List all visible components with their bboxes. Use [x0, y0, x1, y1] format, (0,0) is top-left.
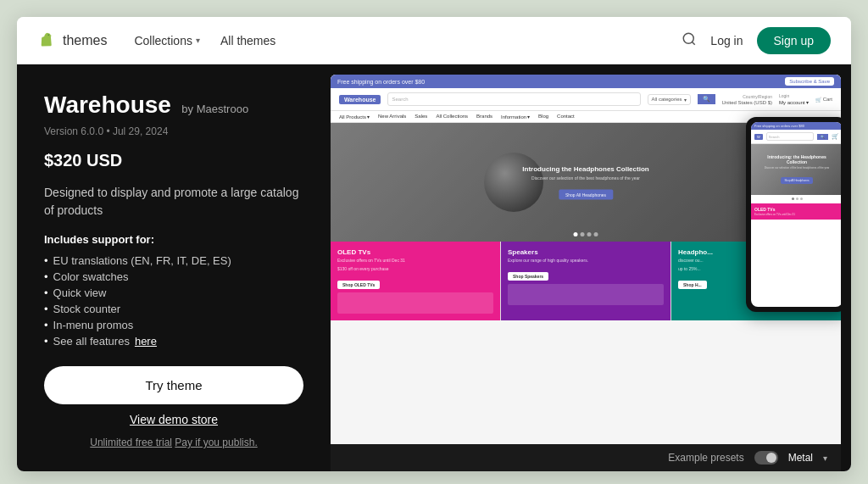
theme-version: Version 6.0.0 • Jul 29, 2024: [44, 125, 303, 137]
preview-account: My account ▾: [779, 99, 809, 105]
mobile-hero-title: Introducing: the HeadphonesCollection: [765, 154, 830, 164]
region-account: Country/Region United States (USD $): [722, 94, 772, 105]
preview-container: Free shipping on orders over $80 Subscri…: [331, 75, 841, 444]
feature-item: Stock counter: [44, 301, 303, 317]
free-trial-text: Unlimited free trial Pay if you publish.: [44, 437, 303, 448]
shopify-icon: [37, 31, 58, 51]
preview-cart: 🛒 Cart: [815, 97, 832, 103]
see-all-features-link[interactable]: here: [135, 335, 157, 348]
feature-item: EU translations (EN, FR, IT, DE, ES): [44, 253, 303, 269]
nav-right: Log in Sign up: [682, 27, 831, 54]
mobile-nav: W Search 🔍 🛒: [751, 130, 841, 144]
hero-dot-4: [594, 232, 598, 236]
product-card-btn-2[interactable]: Shop H...: [678, 281, 707, 289]
product-card-speakers: Speakers Explore our range of high quali…: [501, 242, 671, 320]
login-account: Login My account ▾: [779, 93, 809, 105]
hero-title: Introducing the Headphones Collection: [522, 165, 648, 173]
nav-logo-text: themes: [63, 33, 107, 48]
product-card-discount-0: $130 off on every purchase: [337, 266, 493, 271]
preview-search-button[interactable]: 🔍: [698, 94, 715, 104]
preview-region-value: United States (USD $): [722, 100, 772, 105]
mobile-oled-title: OLED TVs: [754, 207, 839, 212]
promo-text: Free shipping on orders over $80: [337, 79, 425, 85]
product-img-placeholder-1: [508, 284, 664, 305]
preview-login-label: Login: [779, 93, 809, 98]
view-demo-link[interactable]: View demo store: [44, 413, 303, 426]
hero-dot-1: [574, 232, 578, 236]
hero-text-block: Introducing the Headphones Collection Di…: [522, 165, 648, 200]
features-title: Includes support for:: [44, 233, 303, 246]
mobile-logo: W: [754, 134, 763, 140]
svg-line-1: [693, 42, 695, 44]
mobile-hero-sub: Discover our selection of the best headp…: [765, 166, 830, 170]
feature-item: In-menu promos: [44, 317, 303, 333]
main-content: Warehouse by Maestrooo Version 6.0.0 • J…: [17, 64, 851, 471]
signup-button[interactable]: Sign up: [757, 27, 831, 54]
preview-logo: Warehouse: [339, 95, 381, 104]
mobile-overlay: Free shipping on orders over $80 W Searc…: [746, 117, 841, 312]
theme-description: Designed to display and promote a large …: [44, 184, 303, 220]
nav-logo: themes: [37, 31, 107, 51]
toggle-switch[interactable]: [754, 451, 778, 465]
mobile-oled-section: OLED TVs Exclusive offers on TVs until D…: [751, 203, 841, 220]
mobile-dots: [751, 197, 841, 200]
preview-nav: Warehouse Search All categories ▾ 🔍 Coun…: [331, 88, 841, 111]
preview-search: Search: [387, 92, 640, 106]
hero-subtitle: Discover our selection of the best headp…: [522, 175, 648, 181]
mobile-dot-2: [796, 197, 798, 200]
product-card-desc-1: Explore our range of high quality speake…: [508, 258, 664, 263]
product-img-placeholder-0: [337, 292, 493, 314]
left-panel: Warehouse by Maestrooo Version 6.0.0 • J…: [17, 64, 331, 471]
browser-window: themes Collections ▾ All themes Log in S…: [17, 17, 851, 471]
hero-dot-2: [581, 232, 585, 236]
product-card-btn-1[interactable]: Shop Speakers: [508, 272, 548, 281]
subscribe-btn[interactable]: Subscribe & Save: [785, 77, 834, 86]
feature-item-see-all: See all features here: [44, 333, 303, 349]
hero-cta-button[interactable]: Shop All Headphones: [559, 190, 613, 200]
chevron-down-icon: ▾: [196, 36, 200, 45]
mobile-promo-bar: Free shipping on orders over $80: [751, 122, 841, 130]
preset-name: Metal: [788, 452, 813, 464]
top-nav: themes Collections ▾ All themes Log in S…: [17, 17, 851, 64]
unlimited-trial-link[interactable]: Unlimited free trial: [90, 437, 172, 448]
mobile-dot-3: [800, 197, 803, 200]
example-presets-label: Example presets: [668, 452, 743, 464]
collections-nav-link[interactable]: Collections ▾: [127, 31, 206, 51]
toggle-knob: [766, 453, 776, 463]
product-card-desc-0: Exclusive offers on TVs until Dec 31: [337, 258, 493, 263]
hero-dot-3: [587, 232, 592, 236]
hero-dots: [574, 232, 598, 236]
features-list: EU translations (EN, FR, IT, DE, ES) Col…: [44, 253, 303, 349]
try-theme-button[interactable]: Try theme: [44, 366, 303, 404]
product-card-oled: OLED TVs Exclusive offers on TVs until D…: [331, 242, 501, 320]
bottom-bar: Example presets Metal ▾: [331, 444, 841, 471]
preview-region-label: Country/Region: [722, 94, 772, 99]
theme-name: Warehouse: [44, 92, 171, 118]
feature-item: Quick view: [44, 285, 303, 301]
mobile-hero-content: Introducing: the HeadphonesCollection Di…: [765, 154, 830, 185]
mobile-oled-desc: Exclusive offers on TVs until Dec 31: [754, 213, 839, 216]
mobile-search: Search: [766, 132, 814, 141]
feature-item: Color swatches: [44, 269, 303, 285]
mobile-dot-1: [792, 197, 794, 200]
login-button[interactable]: Log in: [710, 34, 743, 47]
theme-title-row: Warehouse by Maestrooo: [44, 92, 303, 119]
mobile-hero: Introducing: the HeadphonesCollection Di…: [751, 144, 841, 195]
mobile-screen: Free shipping on orders over $80 W Searc…: [751, 122, 841, 307]
preset-dropdown-icon[interactable]: ▾: [823, 453, 827, 463]
mobile-search-btn[interactable]: 🔍: [817, 134, 828, 140]
all-themes-nav-link[interactable]: All themes: [214, 31, 282, 51]
theme-author: by Maestrooo: [181, 103, 248, 115]
nav-links: Collections ▾ All themes: [127, 31, 661, 51]
product-card-title-0: OLED TVs: [337, 248, 493, 256]
promo-bar: Free shipping on orders over $80 Subscri…: [331, 75, 841, 88]
svg-point-0: [684, 33, 694, 43]
mobile-hero-cta[interactable]: Shop All Headphones: [781, 177, 814, 184]
theme-price: $320 USD: [44, 151, 303, 170]
product-card-title-1: Speakers: [508, 248, 664, 256]
right-panel: Free shipping on orders over $80 Subscri…: [331, 64, 851, 471]
preset-toggle: [754, 451, 778, 465]
preview-category-dropdown: All categories ▾: [648, 94, 691, 105]
search-icon[interactable]: [682, 31, 697, 50]
product-card-btn-0[interactable]: Shop OLED TVs: [337, 281, 380, 289]
